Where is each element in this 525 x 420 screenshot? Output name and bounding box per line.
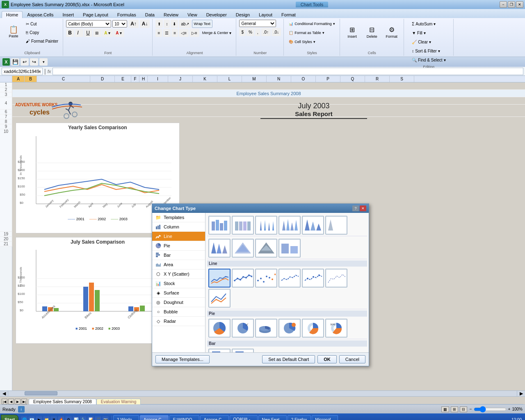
line-thumb-1[interactable] bbox=[208, 269, 231, 288]
sheet-tab-2[interactable]: Evaluation Warning bbox=[96, 399, 141, 404]
copy-button[interactable]: ⎘ Copy bbox=[24, 28, 60, 37]
tab-design[interactable]: Design bbox=[231, 11, 254, 18]
cancel-button[interactable]: Cancel bbox=[339, 355, 365, 363]
chart-type-pie[interactable]: Pie bbox=[152, 241, 205, 251]
format-painter-button[interactable]: 🖌 Format Painter bbox=[24, 37, 60, 45]
close-button[interactable]: ✕ bbox=[516, 1, 523, 8]
font-color-button[interactable]: A▾ bbox=[114, 29, 124, 37]
set-default-button[interactable]: Set as Default Chart bbox=[262, 355, 315, 363]
number-format-select[interactable]: General bbox=[239, 20, 276, 27]
indent-increase-button[interactable]: ▷≡ bbox=[189, 29, 199, 37]
italic-button[interactable]: I bbox=[75, 29, 83, 37]
cone-thumb-5[interactable] bbox=[302, 216, 324, 235]
chart-type-bubble[interactable]: ○ Bubble bbox=[152, 307, 205, 317]
percent-button[interactable]: % bbox=[247, 28, 254, 36]
tab-page-layout[interactable]: Page Layout bbox=[78, 11, 113, 18]
underline-button[interactable]: U bbox=[84, 29, 92, 37]
formula-input[interactable] bbox=[52, 68, 523, 75]
chart-type-line[interactable]: Line bbox=[152, 232, 205, 241]
settings-icon[interactable]: ⚙ bbox=[65, 416, 72, 420]
chart-type-radar[interactable]: ◇ Radar bbox=[152, 317, 205, 326]
pyramid-thumb-3[interactable] bbox=[255, 239, 277, 258]
start-button[interactable]: Start bbox=[1, 415, 18, 420]
line-thumb-7[interactable] bbox=[208, 289, 231, 308]
pie-thumb-6[interactable]: 30% bbox=[325, 319, 347, 338]
dialog-close-button[interactable]: ✕ bbox=[360, 205, 366, 211]
cone-thumb-6[interactable] bbox=[325, 216, 347, 235]
chart-type-bar[interactable]: Bar bbox=[152, 251, 205, 260]
wrap-text-button[interactable]: Wrap Text bbox=[192, 20, 212, 28]
tab-developer[interactable]: Developer bbox=[202, 11, 231, 18]
cone-thumb-3[interactable] bbox=[255, 216, 277, 235]
pie-thumb-3[interactable] bbox=[255, 319, 277, 338]
zoom-in-button[interactable]: + bbox=[508, 407, 511, 411]
delete-button[interactable]: ⊟ Delete bbox=[363, 20, 381, 44]
cone-thumb-1[interactable] bbox=[208, 216, 231, 235]
cell-styles-button[interactable]: 🎨 Cell Styles▾ bbox=[287, 38, 317, 46]
browser-icon2[interactable]: 🔥 bbox=[58, 416, 64, 420]
chart-type-area[interactable]: Area bbox=[152, 260, 205, 269]
name-box[interactable] bbox=[2, 68, 43, 75]
ok-button[interactable]: OK bbox=[317, 355, 337, 363]
format-table-button[interactable]: 📋 Format as Table▾ bbox=[287, 29, 326, 37]
dialog-help-button[interactable]: ? bbox=[352, 205, 359, 211]
scroll-left-button[interactable]: ◀ bbox=[0, 391, 8, 396]
tab-aspose[interactable]: Aspose.Cells bbox=[23, 11, 58, 18]
tab-first-button[interactable]: |◀ bbox=[2, 399, 7, 404]
app-icon4[interactable]: 🎵 bbox=[95, 416, 101, 420]
media-icon[interactable]: ▶ bbox=[36, 416, 42, 420]
app-icon1[interactable]: 📊 bbox=[73, 416, 79, 420]
taskbar-item-3[interactable]: E:\WINDO... bbox=[169, 415, 199, 420]
merge-center-button[interactable]: Merge & Center▾ bbox=[200, 29, 234, 37]
align-left-button[interactable]: ≡ bbox=[155, 29, 162, 37]
font-face-select[interactable]: Calibri (Body) bbox=[66, 20, 111, 27]
normal-view-button[interactable]: ▦ bbox=[441, 406, 449, 412]
tab-insert[interactable]: Insert bbox=[58, 11, 79, 18]
align-top-button[interactable]: ⬆ bbox=[155, 20, 163, 28]
fill-color-button[interactable]: A▾ bbox=[102, 29, 113, 37]
align-right-button[interactable]: ≡ bbox=[171, 29, 178, 37]
tab-formulas[interactable]: Formulas bbox=[113, 11, 141, 18]
taskbar-item-6[interactable]: New Feat... bbox=[258, 415, 287, 420]
tab-next-button[interactable]: ▶ bbox=[15, 399, 21, 404]
email-icon[interactable]: 📧 bbox=[28, 416, 35, 420]
chart-type-stock[interactable]: 📊 Stock bbox=[152, 279, 205, 288]
app-icon3[interactable]: 📝 bbox=[87, 416, 94, 420]
currency-button[interactable]: $ bbox=[239, 28, 246, 36]
taskbar-item-4[interactable]: Aspose.C... bbox=[200, 415, 229, 420]
desktop-icon[interactable]: 🖥 bbox=[50, 416, 57, 420]
tab-last-button[interactable]: ▶| bbox=[21, 399, 27, 404]
fill-button[interactable]: ▼ Fill▾ bbox=[410, 29, 428, 37]
pie-thumb-4[interactable] bbox=[278, 319, 301, 338]
font-decrease-button[interactable]: A↓ bbox=[140, 20, 150, 28]
qa-customize-button[interactable]: ▾ bbox=[39, 58, 48, 66]
font-size-select[interactable]: 10 bbox=[112, 20, 127, 27]
chart-type-doughnut[interactable]: ◎ Doughnut bbox=[152, 298, 205, 307]
scroll-thumb-h[interactable] bbox=[25, 391, 57, 395]
line-thumb-2[interactable] bbox=[232, 269, 254, 288]
sheet-tab-1[interactable]: Employee Sales Summary 2008 bbox=[29, 399, 96, 404]
zoom-out-button[interactable]: − bbox=[470, 407, 472, 411]
cone-thumb-2[interactable] bbox=[232, 216, 254, 235]
app-icon5[interactable]: 📷 bbox=[102, 416, 109, 420]
taskbar-item-8[interactable]: Microsof... bbox=[312, 415, 338, 420]
text-angle-button[interactable]: ab↗ bbox=[179, 20, 191, 28]
cone-thumb-4[interactable] bbox=[278, 216, 301, 235]
comma-button[interactable]: , bbox=[255, 28, 260, 36]
tab-view[interactable]: View bbox=[183, 11, 202, 18]
chart-type-column[interactable]: Column bbox=[152, 222, 205, 232]
align-center-button[interactable]: ☰ bbox=[163, 29, 171, 37]
ie-icon[interactable]: 🌐 bbox=[21, 416, 27, 420]
tab-prev-button[interactable]: ◀ bbox=[8, 399, 14, 404]
pie-thumb-5[interactable] bbox=[302, 319, 324, 338]
autosum-button[interactable]: Σ AutoSum▾ bbox=[410, 20, 438, 28]
border-button[interactable]: ⊞ bbox=[93, 29, 101, 37]
app-icon2[interactable]: 🔧 bbox=[80, 416, 87, 420]
line-thumb-6[interactable] bbox=[325, 269, 347, 288]
pie-thumb-1[interactable] bbox=[208, 319, 231, 338]
tab-home[interactable]: Home bbox=[2, 11, 23, 18]
pyramid-thumb-1[interactable] bbox=[208, 239, 231, 258]
folder-icon[interactable]: 📁 bbox=[43, 416, 50, 420]
tab-review[interactable]: Review bbox=[159, 11, 183, 18]
qa-save-button[interactable]: 💾 bbox=[11, 58, 19, 66]
